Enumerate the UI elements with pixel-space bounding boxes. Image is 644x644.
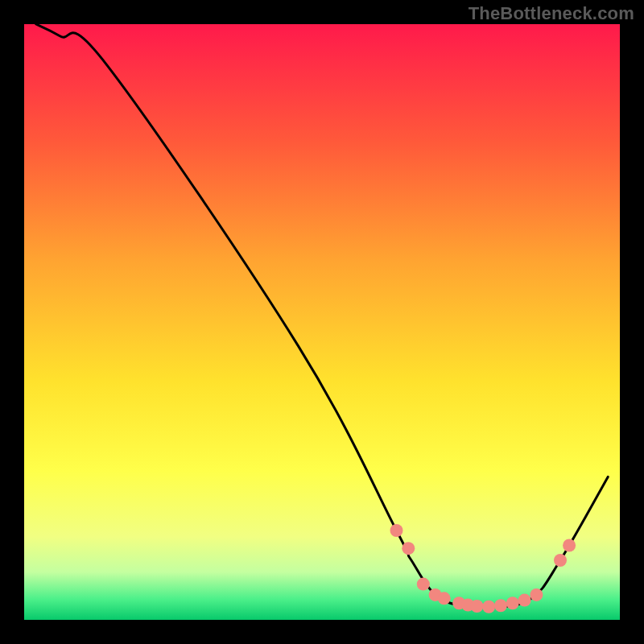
plot-area bbox=[24, 24, 620, 620]
chart-frame: TheBottleneck.com bbox=[0, 0, 644, 644]
highlight-point bbox=[402, 542, 415, 555]
plot-svg bbox=[24, 24, 620, 620]
highlight-point bbox=[417, 578, 430, 591]
highlight-point bbox=[554, 554, 567, 567]
highlight-point bbox=[494, 599, 507, 612]
highlight-point bbox=[438, 592, 451, 605]
attribution-watermark: TheBottleneck.com bbox=[469, 3, 634, 24]
gradient-background bbox=[24, 24, 620, 620]
highlight-point bbox=[482, 601, 495, 613]
highlight-point bbox=[563, 539, 576, 552]
highlight-point bbox=[530, 588, 543, 601]
highlight-point bbox=[470, 600, 483, 613]
highlight-point bbox=[390, 524, 403, 537]
highlight-point bbox=[506, 597, 519, 609]
highlight-point bbox=[518, 594, 531, 607]
